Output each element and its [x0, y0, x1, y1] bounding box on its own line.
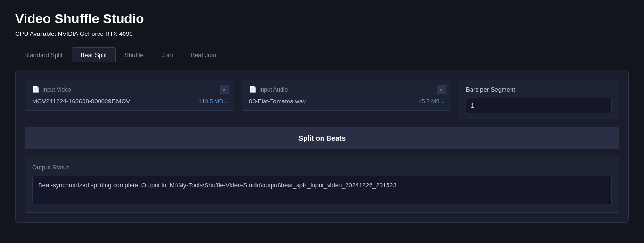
- input-video-close-button[interactable]: ×: [220, 85, 229, 94]
- input-audio-label-row: 📄 Input Audio: [249, 86, 444, 93]
- input-audio-filesize: 45.7 MB ↓: [419, 98, 444, 105]
- input-audio-close-button[interactable]: ×: [437, 85, 446, 94]
- output-status-textarea[interactable]: Beat-synchronized splitting complete. Ou…: [32, 176, 612, 204]
- split-on-beats-button[interactable]: Split on Beats: [25, 127, 619, 149]
- bars-per-segment-box: Bars per Segment: [459, 80, 619, 119]
- input-video-box: 📄 Input Video × MOV241224-163608-000039F…: [25, 80, 234, 111]
- audio-file-icon: 📄: [249, 86, 256, 93]
- input-video-filesize: 118.5 MB ↓: [198, 98, 227, 105]
- tab-beat-split[interactable]: Beat Split: [72, 47, 116, 62]
- video-file-icon: 📄: [32, 86, 40, 93]
- inputs-row: 📄 Input Video × MOV241224-163608-000039F…: [25, 80, 619, 119]
- input-audio-file-row: 03-Flat-Tomatos.wav 45.7 MB ↓: [249, 98, 444, 105]
- input-video-file-row: MOV241224-163608-000039F.MOV 118.5 MB ↓: [32, 98, 227, 105]
- gpu-info: GPU Available: NVIDIA GeForce RTX 4090: [15, 30, 629, 37]
- gpu-value: NVIDIA GeForce RTX 4090: [58, 30, 133, 37]
- app-container: Video Shuffle Studio GPU Available: NVID…: [0, 0, 644, 234]
- main-panel: 📄 Input Video × MOV241224-163608-000039F…: [15, 70, 629, 223]
- input-audio-box: 📄 Input Audio × 03-Flat-Tomatos.wav 45.7…: [242, 80, 451, 111]
- tab-standard-split[interactable]: Standard Split: [15, 47, 72, 62]
- output-status-label: Output Status: [32, 164, 612, 171]
- output-section: Output Status Beat-synchronized splittin…: [25, 157, 619, 213]
- tab-bar: Standard Split Beat Split Shuffle Join B…: [15, 47, 629, 62]
- input-video-label: Input Video: [42, 86, 71, 93]
- tab-shuffle[interactable]: Shuffle: [116, 47, 152, 62]
- input-video-filename: MOV241224-163608-000039F.MOV: [32, 98, 130, 105]
- input-audio-filename: 03-Flat-Tomatos.wav: [249, 98, 306, 105]
- gpu-label: GPU Available:: [15, 30, 56, 37]
- bars-per-segment-input[interactable]: [466, 98, 612, 113]
- app-title: Video Shuffle Studio: [15, 11, 629, 26]
- input-video-label-row: 📄 Input Video: [32, 86, 227, 93]
- tab-join[interactable]: Join: [153, 47, 182, 62]
- bars-per-segment-label: Bars per Segment: [466, 86, 612, 93]
- tab-beat-join[interactable]: Beat Join: [182, 47, 225, 62]
- input-audio-label: Input Audio: [259, 86, 288, 93]
